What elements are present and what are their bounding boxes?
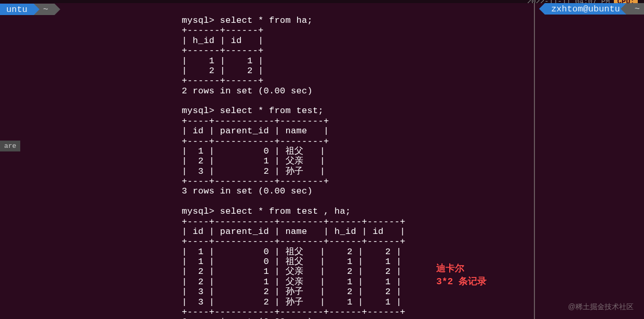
tab-user-label: zxhtom@ubuntu xyxy=(551,4,620,14)
tab-path-right-label: ~ xyxy=(635,4,640,14)
tab-right-group: zxhtom@ubuntu ~ xyxy=(545,3,644,15)
tab-left-group: untu ~ xyxy=(0,3,55,16)
tab-user-right[interactable]: zxhtom@ubuntu xyxy=(545,3,626,15)
terminal-pane[interactable]: mysql> select * from ha; +------+------+… xyxy=(0,16,644,319)
annotation-note: 迪卡尔 3*2 条记录 xyxy=(436,262,487,288)
tab-host-left[interactable]: untu xyxy=(0,4,34,15)
tab-path-label: ~ xyxy=(43,5,48,15)
annotation-line-1: 迪卡尔 xyxy=(436,262,487,275)
tab-path-right[interactable]: ~ xyxy=(626,3,644,15)
tab-host-label: untu xyxy=(6,5,28,15)
annotation-line-2: 3*2 条记录 xyxy=(436,275,487,288)
watermark-text: @稀土掘金技术社区 xyxy=(568,302,634,312)
